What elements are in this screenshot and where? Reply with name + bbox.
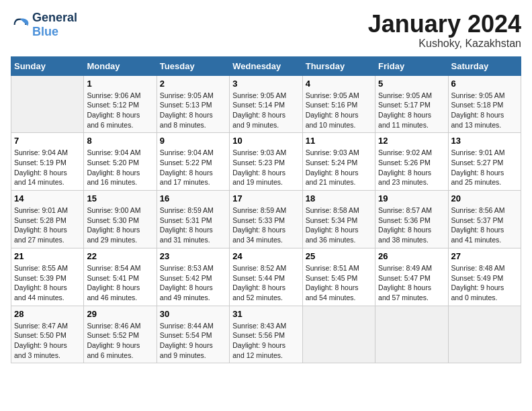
day-cell: 16Sunrise: 8:59 AMSunset: 5:31 PMDayligh… <box>157 191 229 248</box>
day-info: Sunrise: 9:05 AMSunset: 5:16 PMDaylight:… <box>306 91 372 130</box>
day-cell: 18Sunrise: 8:58 AMSunset: 5:34 PMDayligh… <box>302 191 375 248</box>
day-info: Sunrise: 9:05 AMSunset: 5:14 PMDaylight:… <box>232 91 299 130</box>
day-info: Sunrise: 9:04 AMSunset: 5:20 PMDaylight:… <box>87 148 153 187</box>
day-number: 16 <box>160 193 226 203</box>
day-info: Sunrise: 8:55 AMSunset: 5:39 PMDaylight:… <box>14 263 81 303</box>
day-info: Sunrise: 8:54 AMSunset: 5:41 PMDaylight:… <box>87 263 153 303</box>
day-cell: 19Sunrise: 8:57 AMSunset: 5:36 PMDayligh… <box>375 191 448 248</box>
day-cell: 30Sunrise: 8:44 AMSunset: 5:54 PMDayligh… <box>157 306 229 363</box>
day-number: 30 <box>160 309 226 319</box>
week-row-2: 7Sunrise: 9:04 AMSunset: 5:19 PMDaylight… <box>11 133 521 191</box>
day-number: 3 <box>232 79 299 89</box>
day-number: 18 <box>306 193 372 203</box>
week-row-3: 14Sunrise: 9:01 AMSunset: 5:28 PMDayligh… <box>11 191 521 248</box>
day-number: 15 <box>87 193 153 203</box>
day-info: Sunrise: 8:57 AMSunset: 5:36 PMDaylight:… <box>378 205 445 245</box>
day-cell: 1Sunrise: 9:06 AMSunset: 5:12 PMDaylight… <box>84 75 157 133</box>
title-block: January 2024 Kushoky, Kazakhstan <box>368 11 521 50</box>
day-number: 5 <box>378 79 445 89</box>
day-cell: 4Sunrise: 9:05 AMSunset: 5:16 PMDaylight… <box>302 75 375 133</box>
day-cell: 27Sunrise: 8:48 AMSunset: 5:49 PMDayligh… <box>448 248 521 306</box>
day-cell: 12Sunrise: 9:02 AMSunset: 5:26 PMDayligh… <box>375 133 448 191</box>
week-row-4: 21Sunrise: 8:55 AMSunset: 5:39 PMDayligh… <box>11 248 521 306</box>
day-number: 11 <box>306 136 372 146</box>
day-info: Sunrise: 9:04 AMSunset: 5:22 PMDaylight:… <box>160 148 226 187</box>
logo-icon <box>11 15 30 34</box>
day-number: 17 <box>232 193 299 203</box>
day-number: 12 <box>378 136 445 146</box>
day-number: 9 <box>160 136 226 146</box>
day-cell: 23Sunrise: 8:53 AMSunset: 5:42 PMDayligh… <box>157 248 229 306</box>
header-cell-monday: Monday <box>84 56 157 75</box>
day-info: Sunrise: 8:56 AMSunset: 5:37 PMDaylight:… <box>451 205 518 245</box>
day-number: 19 <box>378 193 445 203</box>
day-cell: 22Sunrise: 8:54 AMSunset: 5:41 PMDayligh… <box>84 248 157 306</box>
day-info: Sunrise: 8:59 AMSunset: 5:33 PMDaylight:… <box>232 205 299 245</box>
day-number: 26 <box>378 251 445 261</box>
day-info: Sunrise: 9:04 AMSunset: 5:19 PMDaylight:… <box>14 148 81 187</box>
day-cell <box>302 306 375 363</box>
day-info: Sunrise: 9:06 AMSunset: 5:12 PMDaylight:… <box>87 91 153 130</box>
day-info: Sunrise: 9:01 AMSunset: 5:28 PMDaylight:… <box>14 205 81 245</box>
day-info: Sunrise: 8:59 AMSunset: 5:31 PMDaylight:… <box>160 205 226 245</box>
day-number: 14 <box>14 193 81 203</box>
day-cell: 11Sunrise: 9:03 AMSunset: 5:24 PMDayligh… <box>302 133 375 191</box>
day-info: Sunrise: 8:52 AMSunset: 5:44 PMDaylight:… <box>232 263 299 303</box>
header-cell-sunday: Sunday <box>11 56 84 75</box>
day-number: 24 <box>232 251 299 261</box>
calendar-body: 1Sunrise: 9:06 AMSunset: 5:12 PMDaylight… <box>11 75 521 363</box>
day-info: Sunrise: 9:01 AMSunset: 5:27 PMDaylight:… <box>451 148 518 187</box>
day-cell <box>11 75 84 133</box>
day-number: 7 <box>14 136 81 146</box>
day-number: 22 <box>87 251 153 261</box>
day-number: 10 <box>232 136 299 146</box>
calendar-header-row: SundayMondayTuesdayWednesdayThursdayFrid… <box>11 56 521 75</box>
day-info: Sunrise: 8:46 AMSunset: 5:52 PMDaylight:… <box>87 321 153 361</box>
day-info: Sunrise: 9:05 AMSunset: 5:18 PMDaylight:… <box>451 91 518 130</box>
day-number: 1 <box>87 79 153 89</box>
day-cell: 25Sunrise: 8:51 AMSunset: 5:45 PMDayligh… <box>302 248 375 306</box>
day-number: 6 <box>451 79 518 89</box>
day-info: Sunrise: 8:44 AMSunset: 5:54 PMDaylight:… <box>160 321 226 361</box>
day-info: Sunrise: 9:03 AMSunset: 5:23 PMDaylight:… <box>232 148 299 187</box>
day-cell <box>448 306 521 363</box>
subtitle: Kushoky, Kazakhstan <box>368 38 521 50</box>
day-cell: 20Sunrise: 8:56 AMSunset: 5:37 PMDayligh… <box>448 191 521 248</box>
week-row-5: 28Sunrise: 8:47 AMSunset: 5:50 PMDayligh… <box>11 306 521 363</box>
day-info: Sunrise: 8:43 AMSunset: 5:56 PMDaylight:… <box>232 321 299 361</box>
day-cell: 7Sunrise: 9:04 AMSunset: 5:19 PMDaylight… <box>11 133 84 191</box>
day-cell: 6Sunrise: 9:05 AMSunset: 5:18 PMDaylight… <box>448 75 521 133</box>
day-info: Sunrise: 9:00 AMSunset: 5:30 PMDaylight:… <box>87 205 153 245</box>
day-info: Sunrise: 8:53 AMSunset: 5:42 PMDaylight:… <box>160 263 226 303</box>
day-cell: 15Sunrise: 9:00 AMSunset: 5:30 PMDayligh… <box>84 191 157 248</box>
day-number: 20 <box>451 193 518 203</box>
day-number: 29 <box>87 309 153 319</box>
page-header: General Blue January 2024 Kushoky, Kazak… <box>11 11 521 50</box>
day-number: 28 <box>14 309 81 319</box>
week-row-1: 1Sunrise: 9:06 AMSunset: 5:12 PMDaylight… <box>11 75 521 133</box>
day-info: Sunrise: 9:05 AMSunset: 5:13 PMDaylight:… <box>160 91 226 130</box>
logo: General Blue <box>11 11 77 39</box>
day-number: 8 <box>87 136 153 146</box>
day-cell: 8Sunrise: 9:04 AMSunset: 5:20 PMDaylight… <box>84 133 157 191</box>
calendar-table: SundayMondayTuesdayWednesdayThursdayFrid… <box>11 56 521 364</box>
header-cell-thursday: Thursday <box>302 56 375 75</box>
day-cell: 10Sunrise: 9:03 AMSunset: 5:23 PMDayligh… <box>230 133 302 191</box>
day-cell: 21Sunrise: 8:55 AMSunset: 5:39 PMDayligh… <box>11 248 84 306</box>
day-info: Sunrise: 8:58 AMSunset: 5:34 PMDaylight:… <box>306 205 372 245</box>
day-cell: 13Sunrise: 9:01 AMSunset: 5:27 PMDayligh… <box>448 133 521 191</box>
day-cell: 24Sunrise: 8:52 AMSunset: 5:44 PMDayligh… <box>230 248 302 306</box>
day-info: Sunrise: 8:49 AMSunset: 5:47 PMDaylight:… <box>378 263 445 303</box>
day-cell: 31Sunrise: 8:43 AMSunset: 5:56 PMDayligh… <box>230 306 302 363</box>
day-cell: 5Sunrise: 9:05 AMSunset: 5:17 PMDaylight… <box>375 75 448 133</box>
day-cell: 28Sunrise: 8:47 AMSunset: 5:50 PMDayligh… <box>11 306 84 363</box>
header-cell-saturday: Saturday <box>448 56 521 75</box>
day-cell: 17Sunrise: 8:59 AMSunset: 5:33 PMDayligh… <box>230 191 302 248</box>
day-info: Sunrise: 9:02 AMSunset: 5:26 PMDaylight:… <box>378 148 445 187</box>
day-info: Sunrise: 8:51 AMSunset: 5:45 PMDaylight:… <box>306 263 372 303</box>
day-info: Sunrise: 8:47 AMSunset: 5:50 PMDaylight:… <box>14 321 81 361</box>
header-cell-friday: Friday <box>375 56 448 75</box>
day-info: Sunrise: 8:48 AMSunset: 5:49 PMDaylight:… <box>451 263 518 303</box>
day-number: 13 <box>451 136 518 146</box>
header-cell-wednesday: Wednesday <box>230 56 302 75</box>
